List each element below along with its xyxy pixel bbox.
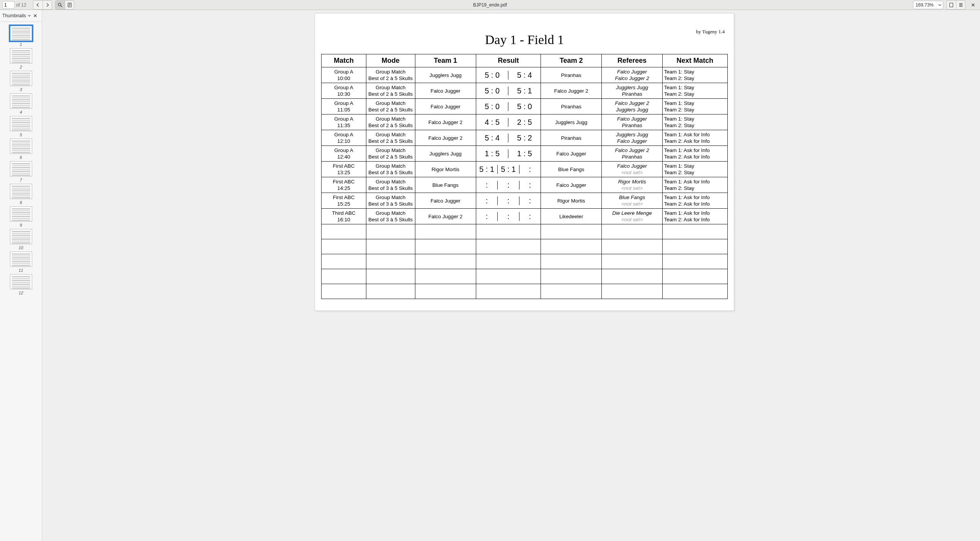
table-row: Group A12:40Group MatchBest of 2 à 5 Sku… [322,146,728,162]
thumbnail-page-1[interactable]: 1 [0,26,42,47]
thumbnail-number: 2 [20,65,22,69]
close-thumbnails-button[interactable] [31,11,39,20]
thumbnail-number: 4 [20,110,22,114]
annotation-icon [67,2,72,8]
hamburger-icon [958,2,964,8]
chevron-down-icon [936,1,943,9]
thumbnail-number: 8 [20,200,22,205]
table-row: Third ABC16:10Group MatchBest of 3 à 5 S… [322,209,728,224]
thumbnail-page-6[interactable]: 6 [0,139,42,160]
table-row-empty [322,269,728,284]
prev-page-button[interactable] [33,1,42,9]
column-header: Next Match [662,54,727,67]
pdf-page: by Tugeny 1.4 Day 1 - Field 1 MatchModeT… [315,13,734,311]
thumbnail-page-12[interactable]: 12 [0,274,42,295]
search-icon [57,2,63,8]
thumbnail-page-3[interactable]: 3 [0,71,42,92]
column-header: Team 2 [541,54,602,67]
thumbnail-number: 1 [20,42,22,47]
thumbnail-page-4[interactable]: 4 [0,93,42,114]
thumbnail-page-8[interactable]: 8 [0,184,42,205]
table-row: First ABC14:25Group MatchBest of 3 à 5 S… [322,177,728,193]
table-header-row: MatchModeTeam 1ResultTeam 2RefereesNext … [322,54,728,67]
toolbar: of 12 BJP19_ende.pdf 169.73% [0,0,980,10]
search-button[interactable] [56,1,65,9]
close-button[interactable] [969,1,978,9]
page-total-label: of 12 [16,2,31,8]
thumbnail-page-11[interactable]: 11 [0,252,42,273]
zoom-value-label: 169.73% [913,2,936,8]
column-header: Match [322,54,366,67]
svg-point-0 [58,3,61,6]
next-page-button[interactable] [42,1,52,9]
close-icon [33,14,37,18]
thumbnail-page-2[interactable]: 2 [0,48,42,69]
page-mode-icon [949,2,954,8]
tools-group [55,0,74,10]
thumbnail-number: 5 [20,132,22,137]
table-row: Group A10:30Group MatchBest of 2 à 5 Sku… [322,83,728,99]
menu-button[interactable] [956,1,965,9]
table-row: First ABC13:25Group MatchBest of 3 à 5 S… [322,162,728,177]
table-row-empty [322,254,728,269]
table-row-empty [322,224,728,239]
table-row: Group A12:10Group MatchBest of 2 à 5 Sku… [322,130,728,146]
thumbnail-number: 3 [20,87,22,92]
thumbnail-page-7[interactable]: 7 [0,161,42,182]
close-icon [971,3,975,7]
filename-label: BJP19_ende.pdf [0,2,980,8]
thumbnail-page-10[interactable]: 10 [0,229,42,250]
chevron-left-icon [35,2,41,8]
column-header: Mode [366,54,415,67]
thumbnail-number: 9 [20,223,22,227]
view-group [946,0,965,10]
schedule-table: MatchModeTeam 1ResultTeam 2RefereesNext … [321,54,728,299]
byline-label: by Tugeny 1.4 [696,29,725,35]
page-number-input[interactable] [2,1,15,9]
thumbnail-number: 12 [18,291,23,295]
zoom-dropdown[interactable]: 169.73% [913,1,943,9]
thumbnail-number: 11 [18,268,23,273]
page-nav-group [33,0,52,10]
document-viewport[interactable]: by Tugeny 1.4 Day 1 - Field 1 MatchModeT… [42,10,980,541]
chevron-right-icon [45,2,50,8]
chevron-down-icon [28,14,31,18]
thumbnail-number: 6 [20,155,22,160]
table-row: Group A11:05Group MatchBest of 2 à 5 Sku… [322,99,728,114]
thumbnails-header: Thumbnails [0,10,42,22]
table-row: Group A10:00Group MatchBest of 2 à 5 Sku… [322,67,728,83]
table-row-empty [322,239,728,254]
thumbnail-page-5[interactable]: 5 [0,116,42,137]
thumbnails-title: Thumbnails [2,13,26,18]
column-header: Referees [602,54,662,67]
annotate-button[interactable] [65,1,74,9]
table-row: Group A11:35Group MatchBest of 2 à 5 Sku… [322,114,728,130]
column-header: Result [476,54,541,67]
thumbnails-list[interactable]: 123456789101112 [0,22,42,541]
column-header: Team 1 [415,54,476,67]
thumbnail-number: 10 [18,245,23,250]
svg-rect-2 [950,3,953,7]
thumbnail-page-9[interactable]: 9 [0,206,42,227]
thumbnail-number: 7 [20,178,22,182]
table-row-empty [322,284,728,299]
table-row: First ABC15:25Group MatchBest of 3 à 5 S… [322,193,728,209]
view-mode-button[interactable] [947,1,956,9]
thumbnails-panel: Thumbnails 123456789101112 [0,10,42,541]
page-title: Day 1 - Field 1 [321,33,728,47]
